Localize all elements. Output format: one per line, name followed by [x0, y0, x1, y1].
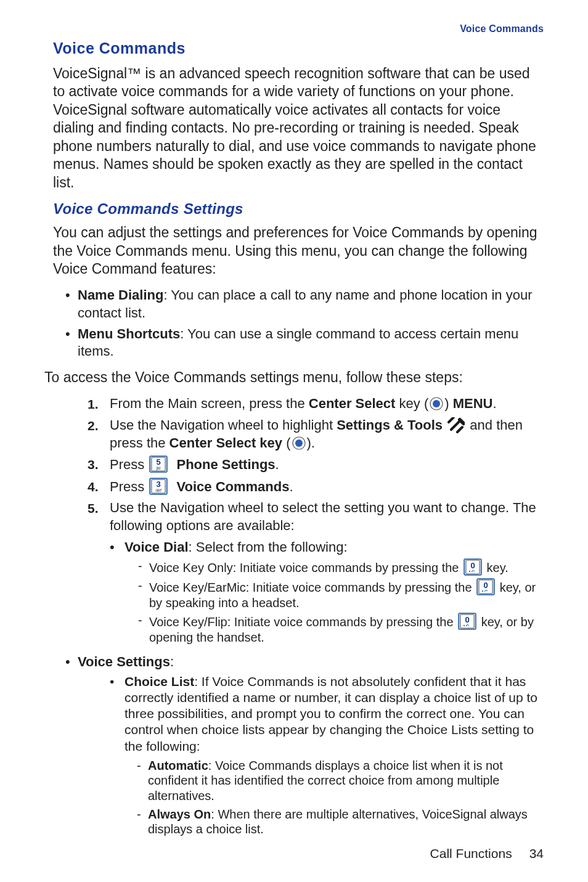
subsection-title-vc-settings: Voice Commands Settings — [53, 200, 544, 218]
steps-list: From the Main screen, press the Center S… — [88, 395, 544, 645]
feature-name-dialing: Name Dialing: You can place a call to an… — [65, 287, 544, 321]
feature-menu-shortcuts: Menu Shortcuts: You can use a single com… — [65, 325, 544, 360]
step2-center-select-key: Center Select key — [169, 435, 282, 451]
voice-dial-label: Voice Dial — [125, 539, 189, 555]
step-3: Press 5jkl Phone Settings. — [88, 455, 544, 474]
svg-text:5: 5 — [157, 457, 161, 467]
voice-dial-options: Voice Key Only: Initiate voice commands … — [138, 558, 544, 645]
voice-settings-colon: : — [170, 654, 174, 669]
vd2-pre: Voice Key/Flip: Initiate voice commands … — [149, 615, 457, 629]
svg-point-15 — [469, 571, 470, 572]
vd1-pre: Voice Key/EarMic: Initiate voice command… — [149, 581, 475, 594]
chapter-name: Call Functions — [430, 846, 512, 860]
cl-automatic: Automatic: Voice Commands displays a cho… — [137, 758, 544, 803]
step3-pre: Press — [110, 457, 148, 472]
svg-point-19 — [482, 590, 483, 592]
svg-text:def: def — [155, 488, 161, 492]
svg-text:jkl: jkl — [156, 466, 161, 471]
step5-sublist: Voice Dial: Select from the following: V… — [110, 539, 544, 645]
step-4: Press 3def Voice Commands. — [88, 478, 544, 496]
cl-always-name: Always On — [148, 807, 211, 821]
choice-list-item: Choice List: If Voice Commands is not ab… — [110, 674, 544, 837]
step1-menu: MENU — [453, 396, 493, 411]
page-number: 34 — [529, 846, 544, 860]
voice-settings-heading: Voice Settings: — [65, 654, 544, 670]
step2-close: ). — [307, 435, 315, 451]
page-footer: Call Functions34 — [430, 846, 544, 861]
section-title-voice-commands: Voice Commands — [53, 39, 544, 57]
svg-point-3 — [295, 439, 303, 447]
feature-list: Name Dialing: You can place a call to an… — [65, 287, 544, 360]
vd-earmic: Voice Key/EarMic: Initiate voice command… — [138, 578, 544, 610]
step1-end: . — [492, 396, 496, 411]
svg-text:0: 0 — [470, 561, 475, 570]
step1-center-select: Center Select — [309, 396, 396, 411]
step-2: Use the Navigation wheel to highlight Se… — [88, 417, 544, 452]
step2-tail: ( — [282, 435, 290, 451]
vd-flip: Voice Key/Flip: Initiate voice commands … — [138, 613, 544, 645]
feature-name-label: Name Dialing — [78, 287, 163, 303]
running-head: Voice Commands — [44, 23, 544, 35]
voice-dial-tail: : Select from the following: — [189, 539, 348, 555]
feature-menu-label: Menu Shortcuts — [78, 326, 180, 341]
center-select-key-icon — [430, 397, 443, 410]
svg-text:3: 3 — [157, 480, 161, 489]
vd-key-only: Voice Key Only: Initiate voice commands … — [138, 558, 544, 576]
step-1: From the Main screen, press the Center S… — [88, 395, 544, 413]
step3-label: Phone Settings — [176, 457, 275, 472]
step4-pre: Press — [110, 479, 148, 494]
step4-label: Voice Commands — [176, 479, 289, 494]
key-0-icon: 0 — [463, 558, 482, 576]
step-5: Use the Navigation wheel to select the s… — [88, 499, 544, 645]
svg-text:0: 0 — [484, 581, 488, 590]
intro-paragraph: VoiceSignal™ is an advanced speech recog… — [53, 65, 544, 192]
vd0-tail: key. — [487, 561, 508, 574]
step4-end: . — [289, 479, 293, 494]
svg-text:0: 0 — [465, 615, 470, 624]
step3-end: . — [276, 457, 279, 472]
voice-settings-sublist: Choice List: If Voice Commands is not ab… — [110, 674, 544, 837]
settings-tools-icon — [447, 417, 465, 433]
svg-point-23 — [463, 625, 465, 626]
vd0-pre: Voice Key Only: Initiate voice commands … — [149, 561, 462, 574]
cl-always-on: Always On: When there are multiple alter… — [137, 807, 544, 837]
access-text: To access the Voice Commands settings me… — [44, 369, 544, 386]
choice-list-options: Automatic: Voice Commands displays a cho… — [137, 758, 544, 837]
step1-tail1: key ( — [395, 396, 428, 411]
step1-close: ) — [444, 396, 452, 411]
settings-intro: You can adjust the settings and preferen… — [53, 224, 544, 278]
key-0-icon-3: 0 — [458, 613, 476, 630]
svg-point-1 — [433, 400, 440, 407]
voice-settings-label: Voice Settings — [78, 654, 170, 669]
choice-list-name: Choice List — [125, 674, 194, 688]
center-select-key-icon-2 — [292, 436, 306, 450]
key-3-icon: 3def — [149, 478, 168, 495]
key-5-icon: 5jkl — [149, 455, 168, 473]
step1-pre: From the Main screen, press the — [110, 396, 309, 411]
step2-pre: Use the Navigation wheel to highlight — [110, 417, 337, 433]
cl-auto-name: Automatic — [148, 759, 208, 772]
step2-settings-tools: Settings & Tools — [337, 417, 443, 433]
step5-text: Use the Navigation wheel to select the s… — [110, 500, 536, 533]
voice-dial-item: Voice Dial: Select from the following: V… — [110, 539, 544, 645]
key-0-icon-2: 0 — [476, 578, 495, 595]
